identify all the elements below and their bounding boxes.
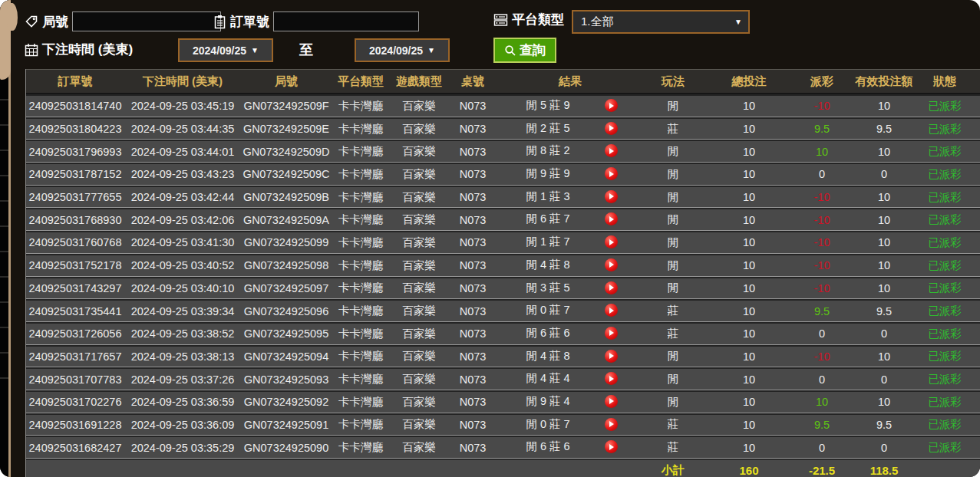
cell-valid-bet: 10: [849, 345, 919, 368]
play-icon[interactable]: [605, 99, 618, 112]
platform-type-label: 平台類型: [512, 11, 564, 28]
cell-bet-type: 莊: [643, 322, 703, 345]
date-to-select[interactable]: 2024/09/25 ▼: [355, 38, 450, 62]
cell-table-no: N073: [448, 117, 497, 140]
cell-valid-bet: 9.5: [849, 413, 919, 436]
result-text: 閒 9 莊 9: [497, 164, 599, 183]
cell-payout: -10: [795, 254, 849, 277]
cell-table-no: N073: [448, 186, 497, 209]
play-icon[interactable]: [605, 144, 618, 157]
cell-total-bet: 10: [703, 163, 795, 186]
play-icon[interactable]: [605, 304, 618, 317]
cell-platform: 卡卡灣廳: [332, 413, 390, 436]
cell-result: 閒 4 莊 8: [497, 345, 643, 368]
cell-game-type: 百家樂: [390, 231, 448, 254]
cell-round-no: GN07324925090: [241, 436, 332, 459]
result-text: 閒 4 莊 8: [497, 255, 599, 275]
subtotal-valid-bet: 118.5: [849, 459, 919, 477]
cell-table-no: N073: [448, 299, 497, 322]
table-row: 2409250317077832024-09-25 03:37:26GN0732…: [26, 367, 980, 390]
header-row: 訂單號下注時間 (美東)局號平台類型遊戲類型桌號結果玩法總投注派彩有效投注額狀態…: [26, 69, 980, 94]
play-icon[interactable]: [605, 235, 618, 248]
cell-result: 閒 4 莊 4: [497, 367, 643, 390]
search-button[interactable]: 查詢: [493, 38, 556, 63]
cell-bet-time: 2024-09-25 03:43:23: [124, 163, 241, 186]
cell-status: 已派彩: [919, 277, 970, 300]
result-text: 閒 1 莊 7: [497, 232, 599, 252]
column-header: 訂單號: [26, 69, 124, 94]
play-icon[interactable]: [605, 190, 618, 203]
subtotal-label: 小計: [643, 459, 703, 477]
play-icon[interactable]: [605, 372, 618, 385]
date-to-value: 2024/09/25: [369, 44, 423, 57]
play-icon[interactable]: [605, 418, 618, 431]
cell-bet-type: 閒: [643, 163, 703, 186]
table-row: 2409250317689302024-09-25 03:42:06GN0732…: [26, 208, 980, 231]
cell-platform: 卡卡灣廳: [332, 94, 390, 117]
cell-game-type: 百家樂: [390, 299, 448, 322]
round-number-input[interactable]: [72, 12, 221, 31]
cell-bet-type: 閒: [643, 140, 703, 163]
cell-valid-bet: 10: [849, 254, 919, 277]
table-row: 2409250317432972024-09-25 03:40:10GN0732…: [26, 277, 980, 300]
cell-bet-type: 莊: [643, 117, 703, 140]
play-icon[interactable]: [605, 212, 618, 225]
column-header: 有效投注額: [849, 69, 919, 94]
cell-round-no: GN0732492509A: [241, 208, 332, 231]
cell-total-bet: 10: [703, 413, 795, 436]
cell-total-bet: 10: [703, 367, 795, 390]
table-row: 2409250317607682024-09-25 03:41:30GN0732…: [26, 231, 980, 254]
column-header: 結果: [497, 69, 643, 94]
play-icon[interactable]: [605, 350, 618, 363]
subtotal-payout: -21.5: [795, 459, 849, 477]
cell-status: 已派彩: [919, 140, 970, 163]
cell-payout: 0: [795, 367, 849, 390]
result-text: 閒 3 莊 5: [497, 278, 599, 298]
play-icon[interactable]: [605, 440, 618, 453]
cell-result: 閒 9 莊 9: [497, 163, 643, 186]
cell-game-type: 百家樂: [390, 254, 448, 277]
cell-total-bet: 10: [703, 186, 795, 209]
cell-bet-time: 2024-09-25 03:40:10: [124, 277, 241, 300]
cell-game-type: 百家樂: [390, 436, 448, 459]
column-header: 總投注: [703, 69, 795, 94]
cell-bet-time: 2024-09-25 03:36:09: [124, 413, 241, 436]
cell-round-no: GN0732492509C: [241, 163, 332, 186]
result-text: 閒 0 莊 7: [497, 415, 599, 434]
search-button-label: 查詢: [520, 41, 546, 59]
order-number-label: 訂單號: [230, 13, 269, 31]
subtotal-spacer-end: [919, 459, 980, 477]
subtotal-spacer: [26, 459, 643, 477]
table-row: 2409250317776552024-09-25 03:42:44GN0732…: [26, 186, 980, 209]
order-number-input[interactable]: [273, 12, 419, 31]
result-text: 閒 4 莊 4: [497, 369, 599, 388]
cell-bet-type: 莊: [643, 413, 703, 436]
cell-bet-type: 閒: [643, 94, 703, 117]
cell-payout: -10: [795, 208, 849, 231]
cell-payout: -10: [795, 94, 849, 117]
cell-bet-time: 2024-09-25 03:45:19: [124, 94, 241, 117]
cell-order-no: 240925031691228: [26, 413, 124, 436]
cell-total-bet: 10: [703, 254, 795, 277]
play-icon[interactable]: [605, 258, 618, 271]
server-list-icon: [493, 13, 508, 27]
cell-payout: 9.5: [795, 299, 849, 322]
platform-type-select[interactable]: 1.全部 ▼: [572, 10, 750, 34]
cell-order-no: 240925031804223: [26, 117, 124, 140]
cell-status: 已派彩: [919, 436, 970, 459]
table-row: 2409250317022762024-09-25 03:36:59GN0732…: [26, 390, 980, 413]
play-icon[interactable]: [605, 167, 618, 180]
cell-status: 已派彩: [919, 186, 970, 209]
date-from-select[interactable]: 2024/09/25 ▼: [178, 38, 273, 62]
play-icon[interactable]: [605, 281, 618, 294]
cell-payout: 9.5: [795, 413, 849, 436]
cell-table-no: N073: [448, 94, 497, 117]
cell-status: 已派彩: [919, 208, 970, 231]
play-icon[interactable]: [605, 395, 618, 408]
cell-order-no: 240925031743297: [26, 277, 124, 300]
play-icon[interactable]: [605, 122, 618, 135]
result-text: 閒 0 莊 7: [497, 301, 599, 320]
play-icon[interactable]: [605, 327, 618, 340]
caret-down-icon: ▼: [251, 46, 259, 54]
cell-bet-time: 2024-09-25 03:39:34: [124, 299, 241, 322]
